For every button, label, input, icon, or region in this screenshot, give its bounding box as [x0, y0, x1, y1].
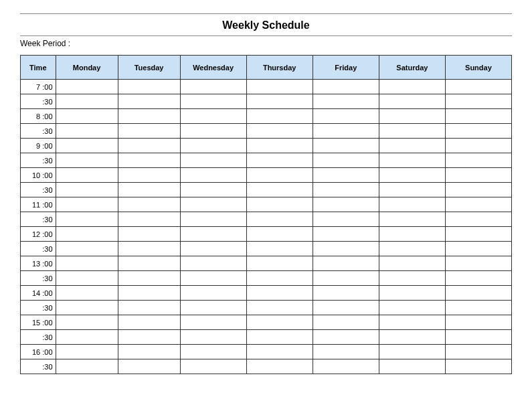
schedule-cell[interactable]	[56, 197, 118, 212]
schedule-cell[interactable]	[313, 345, 379, 359]
schedule-cell[interactable]	[379, 359, 445, 374]
schedule-cell[interactable]	[313, 168, 379, 183]
schedule-cell[interactable]	[56, 301, 118, 315]
schedule-cell[interactable]	[313, 124, 379, 139]
schedule-cell[interactable]	[56, 94, 118, 109]
schedule-cell[interactable]	[379, 153, 445, 168]
schedule-cell[interactable]	[180, 271, 246, 286]
schedule-cell[interactable]	[313, 359, 379, 374]
schedule-cell[interactable]	[180, 227, 246, 242]
schedule-cell[interactable]	[118, 80, 180, 94]
schedule-cell[interactable]	[56, 330, 118, 345]
schedule-cell[interactable]	[313, 256, 379, 271]
schedule-cell[interactable]	[379, 94, 445, 109]
schedule-cell[interactable]	[313, 139, 379, 153]
schedule-cell[interactable]	[445, 168, 511, 183]
schedule-cell[interactable]	[118, 124, 180, 139]
schedule-cell[interactable]	[180, 94, 246, 109]
schedule-cell[interactable]	[445, 301, 511, 315]
schedule-cell[interactable]	[118, 330, 180, 345]
schedule-cell[interactable]	[313, 315, 379, 330]
schedule-cell[interactable]	[118, 197, 180, 212]
schedule-cell[interactable]	[246, 315, 313, 330]
schedule-cell[interactable]	[313, 330, 379, 345]
schedule-cell[interactable]	[118, 139, 180, 153]
schedule-cell[interactable]	[246, 197, 313, 212]
schedule-cell[interactable]	[379, 109, 445, 124]
schedule-cell[interactable]	[180, 183, 246, 197]
schedule-cell[interactable]	[56, 256, 118, 271]
schedule-cell[interactable]	[246, 301, 313, 315]
schedule-cell[interactable]	[379, 345, 445, 359]
schedule-cell[interactable]	[246, 109, 313, 124]
schedule-cell[interactable]	[445, 359, 511, 374]
schedule-cell[interactable]	[56, 315, 118, 330]
schedule-cell[interactable]	[118, 345, 180, 359]
schedule-cell[interactable]	[180, 197, 246, 212]
schedule-cell[interactable]	[56, 153, 118, 168]
schedule-cell[interactable]	[379, 183, 445, 197]
schedule-cell[interactable]	[180, 286, 246, 301]
schedule-cell[interactable]	[56, 286, 118, 301]
schedule-cell[interactable]	[379, 330, 445, 345]
schedule-cell[interactable]	[379, 227, 445, 242]
schedule-cell[interactable]	[246, 271, 313, 286]
schedule-cell[interactable]	[445, 80, 511, 94]
schedule-cell[interactable]	[445, 197, 511, 212]
schedule-cell[interactable]	[56, 168, 118, 183]
schedule-cell[interactable]	[118, 183, 180, 197]
schedule-cell[interactable]	[379, 124, 445, 139]
schedule-cell[interactable]	[445, 124, 511, 139]
schedule-cell[interactable]	[180, 359, 246, 374]
schedule-cell[interactable]	[445, 109, 511, 124]
schedule-cell[interactable]	[118, 315, 180, 330]
schedule-cell[interactable]	[118, 271, 180, 286]
schedule-cell[interactable]	[246, 94, 313, 109]
schedule-cell[interactable]	[180, 153, 246, 168]
schedule-cell[interactable]	[56, 271, 118, 286]
schedule-cell[interactable]	[180, 242, 246, 256]
schedule-cell[interactable]	[379, 80, 445, 94]
schedule-cell[interactable]	[313, 286, 379, 301]
schedule-cell[interactable]	[118, 153, 180, 168]
schedule-cell[interactable]	[246, 124, 313, 139]
schedule-cell[interactable]	[313, 242, 379, 256]
schedule-cell[interactable]	[313, 197, 379, 212]
schedule-cell[interactable]	[56, 227, 118, 242]
schedule-cell[interactable]	[445, 227, 511, 242]
schedule-cell[interactable]	[313, 227, 379, 242]
schedule-cell[interactable]	[118, 242, 180, 256]
schedule-cell[interactable]	[56, 242, 118, 256]
schedule-cell[interactable]	[56, 183, 118, 197]
schedule-cell[interactable]	[379, 212, 445, 227]
schedule-cell[interactable]	[246, 286, 313, 301]
schedule-cell[interactable]	[445, 271, 511, 286]
schedule-cell[interactable]	[118, 212, 180, 227]
schedule-cell[interactable]	[445, 330, 511, 345]
schedule-cell[interactable]	[118, 359, 180, 374]
schedule-cell[interactable]	[180, 124, 246, 139]
schedule-cell[interactable]	[379, 168, 445, 183]
schedule-cell[interactable]	[180, 80, 246, 94]
schedule-cell[interactable]	[313, 153, 379, 168]
schedule-cell[interactable]	[180, 139, 246, 153]
schedule-cell[interactable]	[313, 271, 379, 286]
schedule-cell[interactable]	[180, 345, 246, 359]
schedule-cell[interactable]	[379, 242, 445, 256]
schedule-cell[interactable]	[246, 256, 313, 271]
schedule-cell[interactable]	[445, 139, 511, 153]
schedule-cell[interactable]	[246, 139, 313, 153]
schedule-cell[interactable]	[180, 301, 246, 315]
schedule-cell[interactable]	[246, 242, 313, 256]
schedule-cell[interactable]	[118, 109, 180, 124]
schedule-cell[interactable]	[445, 212, 511, 227]
schedule-cell[interactable]	[445, 153, 511, 168]
schedule-cell[interactable]	[246, 359, 313, 374]
schedule-cell[interactable]	[379, 197, 445, 212]
schedule-cell[interactable]	[246, 80, 313, 94]
schedule-cell[interactable]	[180, 256, 246, 271]
schedule-cell[interactable]	[313, 183, 379, 197]
schedule-cell[interactable]	[445, 286, 511, 301]
schedule-cell[interactable]	[56, 80, 118, 94]
schedule-cell[interactable]	[313, 109, 379, 124]
